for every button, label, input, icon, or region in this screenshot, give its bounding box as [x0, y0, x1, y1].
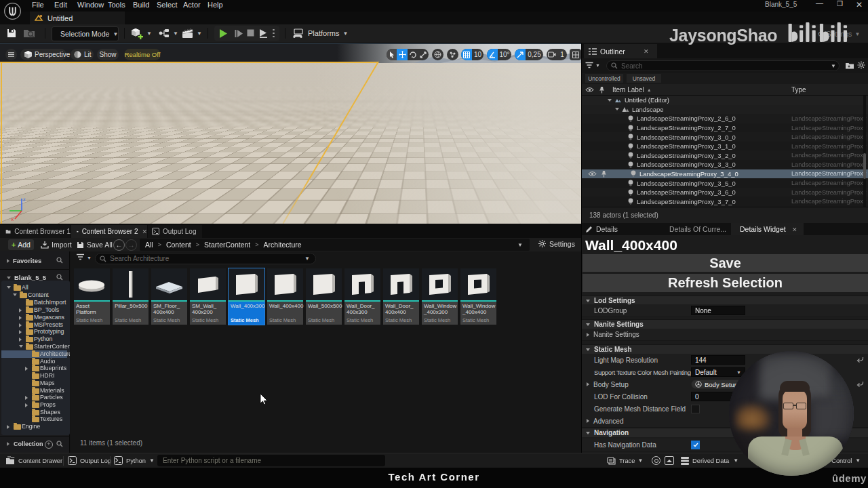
svg-text:x: x — [11, 216, 14, 222]
svg-text:z: z — [23, 197, 26, 203]
